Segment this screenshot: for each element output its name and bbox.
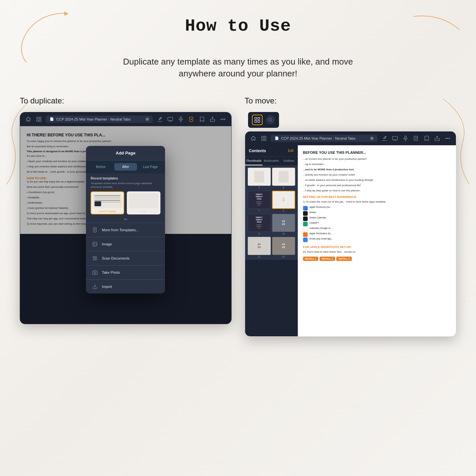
rmc-text-5: ...ll growth - in your personal and prof… <box>303 183 418 187</box>
grid-icon-left[interactable] <box>35 116 42 123</box>
thumb-item-10[interactable]: 2425 10 <box>272 214 295 235</box>
sidebar-edit-btn[interactable]: Edit <box>288 149 294 153</box>
svg-rect-10 <box>94 228 97 232</box>
app-calendar-icon <box>303 227 308 232</box>
svg-rect-25 <box>262 139 263 140</box>
app-email-label: Email (any email app... <box>310 238 333 240</box>
thumb-item-11[interactable]: 2425 11 <box>248 237 271 258</box>
search-icon-box[interactable] <box>266 115 275 125</box>
grid-highlight-box <box>248 112 279 128</box>
app-email: Email (any email app... <box>303 238 418 242</box>
more-icon-left[interactable] <box>219 116 227 123</box>
app-notion: Notion <box>303 211 418 216</box>
page-title: How to Use <box>20 16 456 36</box>
tab-title-left: CCP 2024-25 Mid-Year Planner - Neutral T… <box>56 117 130 121</box>
svg-rect-21 <box>258 120 260 122</box>
sidebar-tab-bookmarks[interactable]: Bookmarks <box>263 157 280 165</box>
svg-rect-0 <box>37 117 38 119</box>
left-col-label: To duplicate: <box>20 96 232 105</box>
home-icon[interactable] <box>25 116 32 123</box>
left-device-screenshot: 📄 CCP 2024-25 Mid-Year Planner - Neutral… <box>20 112 232 324</box>
right-col-label: To move: <box>245 96 457 105</box>
scan-icon <box>91 255 98 262</box>
doc-icon-right[interactable] <box>412 135 420 142</box>
app-calendar: Calendar (Google or... <box>303 227 418 232</box>
add-page-icon-left[interactable] <box>188 116 195 123</box>
svg-rect-26 <box>264 139 266 140</box>
thumb-num-7: 7 <box>248 210 271 212</box>
screen-icon-right[interactable] <box>391 135 399 142</box>
pencil-icon-right[interactable] <box>381 135 388 142</box>
app-reminders-icon <box>303 232 308 237</box>
take-photo-item[interactable]: Take Photo <box>86 265 165 279</box>
sidebar-tab-thumbnails[interactable]: Thumbnails <box>245 157 263 165</box>
screen-icon-left[interactable] <box>167 116 174 123</box>
share-icon-right[interactable] <box>434 135 441 142</box>
pencil-icon-left[interactable] <box>156 116 163 123</box>
rmc-text-6: ...f step-by-step guide on how to use th… <box>303 189 418 193</box>
image-label: Image <box>102 242 112 246</box>
bookmark-icon-left[interactable] <box>198 116 206 123</box>
svg-point-32 <box>449 138 450 139</box>
thumb-item-7[interactable]: TWENTYTWENTYFOUR TWENTYTWENTYFIVE 7 <box>248 191 271 212</box>
grid-icon-right[interactable] <box>260 135 267 142</box>
app-notion-icon <box>303 211 308 216</box>
svg-point-9 <box>224 119 225 120</box>
share-icon-left[interactable] <box>209 116 216 123</box>
svg-rect-5 <box>180 117 182 119</box>
right-device-screenshot: 📄 CCP 2024-25 Mid-Year Planner - Neutral… <box>245 131 457 337</box>
more-icon-right[interactable] <box>444 135 451 142</box>
tab-close-left[interactable] <box>146 118 149 121</box>
scan-documents-item[interactable]: Scan Documents <box>86 251 165 265</box>
main-content: How to Use Duplicate any template as man… <box>0 0 476 337</box>
recent-templates-label: Recent templates <box>86 173 165 182</box>
app-reminders-label: Apple Reminders (fo... <box>310 232 333 235</box>
thumb-row-7-8: TWENTYTWENTYFOUR TWENTYTWENTYFIVE 7 2425 <box>245 191 298 214</box>
more-templates-label: More from Templates... <box>102 228 139 232</box>
modal-tab-after[interactable]: After <box>114 163 137 171</box>
sidebar-title: Contents <box>249 149 266 153</box>
bookmark-icon-right[interactable] <box>423 135 430 142</box>
install-btn-2[interactable]: INSTALL 2 <box>320 257 335 261</box>
modal-tab-before[interactable]: Before <box>89 163 112 171</box>
thumb-img-12: 2425 <box>272 237 295 255</box>
sidebar-tab-outlines[interactable]: Outlines <box>280 157 297 165</box>
template-thumb-current[interactable]: Current Template <box>91 191 124 214</box>
modal-overlay: Add Page Before After Last Page Recent t… <box>20 126 231 324</box>
template-thumb-blank[interactable]: Blank <box>127 191 160 214</box>
more-templates-item[interactable]: More from Templates... <box>86 223 165 237</box>
tab-close-right[interactable] <box>370 137 374 140</box>
grid-icon-highlighted[interactable] <box>252 115 263 125</box>
import-label: Import <box>102 285 112 289</box>
thumb-item-9[interactable]: TWENTYTWENTYFOUR TWENTYTWENTYFIVE 9 <box>248 214 271 235</box>
home-icon-right[interactable] <box>250 135 257 142</box>
modal-tab-last[interactable]: Last Page <box>139 163 162 171</box>
thumb-item-6[interactable]: 6 <box>272 168 295 189</box>
thumb-item-5[interactable]: 5 <box>248 168 271 189</box>
install-btn-1[interactable]: INSTALL 1 <box>303 257 319 261</box>
two-col-layout: To duplicate: <box>20 96 456 337</box>
app-bar-right: 📄 CCP 2024-25 Mid-Year Planner - Neutral… <box>245 131 456 145</box>
mic-icon-right[interactable] <box>402 135 409 142</box>
image-item[interactable]: Image <box>86 237 165 251</box>
install-btn-3[interactable]: INSTALL 3 <box>336 257 352 261</box>
app-email-icon <box>303 238 308 242</box>
tab-right[interactable]: 📄 CCP 2024-25 Mid-Year Planner - Neutral… <box>271 135 378 142</box>
svg-rect-2 <box>37 120 38 121</box>
thumb-item-8[interactable]: 2425 8 <box>272 191 295 212</box>
svg-point-22 <box>268 118 271 121</box>
mic-icon-left[interactable] <box>177 116 184 123</box>
sidebar-thumbnail-list: 5 6 <box>245 166 298 260</box>
rmc-shortcuts-section: FOR APPLE SHORTCUTS SET-UP: 2!) You'll n… <box>303 245 418 261</box>
thumb-item-12[interactable]: 2425 12 <box>272 237 295 258</box>
import-icon <box>91 283 98 290</box>
thumb-img-5 <box>248 168 271 186</box>
tab-left[interactable]: 📄 CCP 2024-25 Mid-Year Planner - Neutral… <box>46 116 153 123</box>
thumb-row-11-12: 2425 11 2425 12 <box>245 237 298 260</box>
left-col: To duplicate: <box>20 96 232 324</box>
svg-rect-4 <box>168 117 173 121</box>
import-item[interactable]: Import <box>86 279 165 294</box>
pdf-icon-left: 📄 <box>50 117 54 121</box>
svg-point-17 <box>94 272 96 273</box>
rmc-shortcuts-text: 2!) You'll need to have these Sho... tur… <box>303 250 418 254</box>
